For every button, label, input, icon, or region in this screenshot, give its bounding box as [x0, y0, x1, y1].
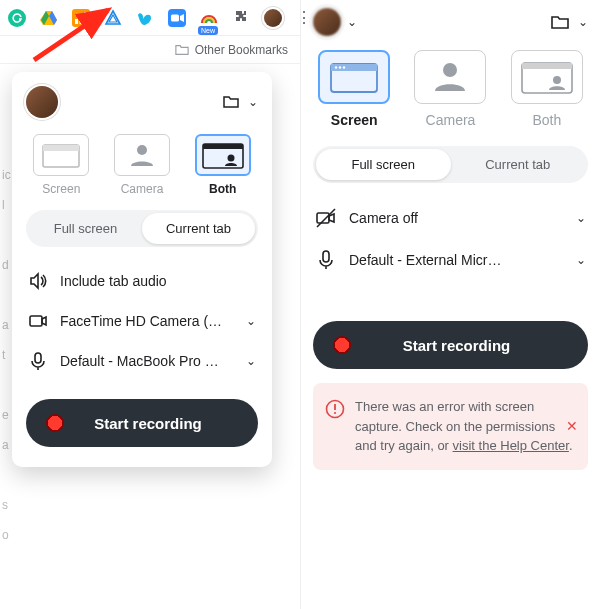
zoom-icon[interactable] [168, 9, 186, 27]
start-recording-button[interactable]: Start recording [26, 399, 258, 447]
mode-camera[interactable]: Camera [409, 50, 491, 128]
option-camera-label: FaceTime HD Camera (… [60, 313, 234, 329]
svg-point-24 [553, 76, 561, 84]
camera-off-icon [315, 207, 337, 229]
svg-rect-17 [331, 64, 377, 71]
start-recording-label: Start recording [345, 337, 568, 354]
google-drive-icon[interactable] [40, 9, 58, 27]
svg-point-21 [443, 63, 457, 77]
svg-rect-3 [75, 19, 78, 24]
toggle-full-screen[interactable]: Full screen [316, 149, 451, 180]
close-icon[interactable]: ✕ [566, 418, 578, 434]
range-toggle: Full screen Current tab [313, 146, 588, 183]
svg-rect-14 [30, 316, 42, 326]
mode-both-label: Both [532, 112, 561, 128]
grammarly-icon[interactable] [8, 9, 26, 27]
option-audio-label: Include tab audio [60, 273, 256, 289]
mode-screen[interactable]: Screen [26, 134, 97, 196]
chevron-down-icon[interactable]: ⌄ [248, 95, 258, 109]
mode-screen-label: Screen [42, 182, 80, 196]
mode-camera[interactable]: Camera [107, 134, 178, 196]
option-mic-label: Default - External Micr… [349, 252, 564, 268]
analytics-icon[interactable] [72, 9, 90, 27]
toggle-current-tab[interactable]: Current tab [142, 213, 255, 244]
both-icon [201, 140, 245, 170]
screen-icon [41, 141, 81, 169]
svg-point-1 [8, 9, 26, 27]
option-mic-select[interactable]: Default - External Micr… ⌄ [313, 239, 588, 281]
svg-point-10 [137, 145, 147, 155]
svg-rect-9 [43, 145, 79, 151]
camera-icon [28, 311, 48, 331]
alert-text: There was an error with screen capture. … [355, 397, 576, 456]
mic-icon [28, 351, 48, 371]
puzzle-icon[interactable] [232, 9, 250, 27]
svg-rect-12 [203, 144, 243, 149]
rainbow-icon[interactable]: New [200, 9, 218, 27]
svg-rect-27 [323, 251, 329, 262]
mode-camera-label: Camera [121, 182, 164, 196]
svg-point-19 [339, 66, 341, 68]
mode-both[interactable]: Both [506, 50, 588, 128]
svg-rect-23 [522, 63, 572, 69]
option-camera-select[interactable]: FaceTime HD Camera (… ⌄ [26, 301, 258, 341]
chevron-down-icon: ⌄ [246, 354, 256, 368]
svg-rect-7 [171, 14, 179, 21]
option-audio[interactable]: Include tab audio [26, 261, 258, 301]
triangle-icon[interactable] [104, 9, 122, 27]
chevron-down-icon[interactable]: ⌄ [578, 15, 588, 29]
option-camera-label: Camera off [349, 210, 564, 226]
speaker-icon [28, 271, 48, 291]
new-badge: New [198, 26, 218, 35]
option-mic-select[interactable]: Default - MacBook Pro … ⌄ [26, 341, 258, 381]
toggle-current-tab[interactable]: Current tab [451, 149, 586, 180]
chevron-down-icon: ⌄ [576, 211, 586, 225]
bookmarks-bar: Other Bookmarks [0, 36, 300, 64]
avatar[interactable] [26, 86, 58, 118]
vimeo-icon[interactable] [136, 9, 154, 27]
range-toggle: Full screen Current tab [26, 210, 258, 247]
alert-icon [325, 399, 345, 419]
folder-icon[interactable] [550, 12, 570, 32]
svg-point-18 [335, 66, 337, 68]
mode-both[interactable]: Both [187, 134, 258, 196]
mic-icon [315, 249, 337, 271]
avatar[interactable] [313, 8, 341, 36]
background-text: icldateaso [2, 160, 11, 550]
option-mic-label: Default - MacBook Pro … [60, 353, 234, 369]
svg-rect-15 [35, 353, 41, 363]
both-icon [519, 58, 575, 96]
other-bookmarks-label[interactable]: Other Bookmarks [195, 43, 288, 57]
mode-screen[interactable]: Screen [313, 50, 395, 128]
error-alert: There was an error with screen capture. … [313, 383, 588, 470]
mode-camera-label: Camera [426, 112, 476, 128]
svg-rect-4 [80, 15, 83, 24]
svg-rect-5 [84, 12, 87, 24]
person-icon [430, 57, 470, 97]
chevron-down-icon: ⌄ [246, 314, 256, 328]
mode-screen-label: Screen [331, 112, 378, 128]
person-icon [127, 140, 157, 170]
option-camera-off[interactable]: Camera off ⌄ [313, 197, 588, 239]
chevron-down-icon: ⌄ [576, 253, 586, 267]
svg-point-30 [334, 412, 336, 414]
toggle-full-screen[interactable]: Full screen [29, 213, 142, 244]
start-recording-label: Start recording [58, 415, 238, 432]
svg-point-20 [343, 66, 345, 68]
svg-point-13 [227, 155, 234, 162]
folder-icon[interactable] [222, 93, 240, 111]
help-center-link[interactable]: visit the Help Center [453, 438, 569, 453]
browser-extension-bar: New ⋮ [0, 0, 300, 36]
recording-popup: ⌄ Screen Camera Both Full screen [12, 72, 272, 467]
folder-icon [175, 43, 189, 57]
mode-both-label: Both [209, 182, 236, 196]
profile-avatar-icon[interactable] [264, 9, 282, 27]
screen-icon [328, 59, 380, 95]
svg-line-26 [317, 209, 335, 227]
chevron-down-icon[interactable]: ⌄ [347, 15, 357, 29]
start-recording-button[interactable]: Start recording [313, 321, 588, 369]
